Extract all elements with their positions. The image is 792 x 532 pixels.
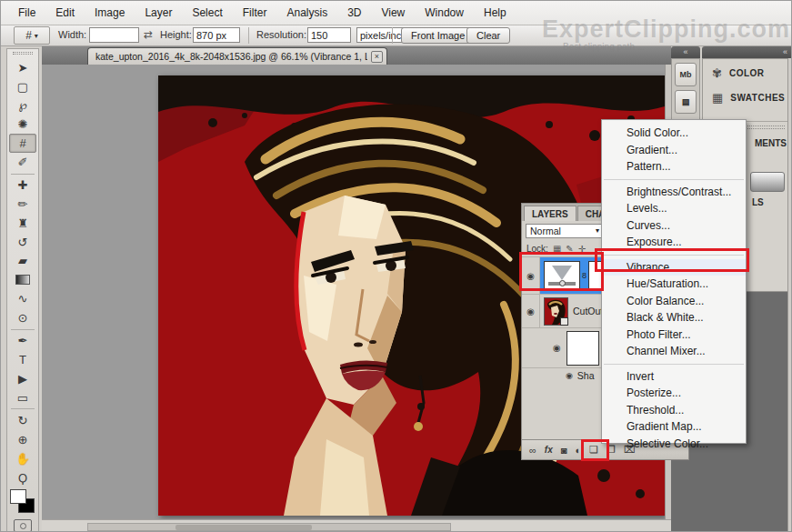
color-swatches <box>9 488 36 516</box>
add-layer-mask-icon[interactable]: ◙ <box>561 445 567 456</box>
lasso-tool[interactable]: ℘ <box>9 95 36 115</box>
menu-item-pattern[interactable]: Pattern... <box>602 158 746 176</box>
menu-analysis[interactable]: Analysis <box>276 2 337 24</box>
menu-item-posterize[interactable]: Posterize... <box>602 385 746 402</box>
3d-orbit-tool[interactable]: ⊕ <box>9 430 36 449</box>
gradient-tool[interactable] <box>9 270 36 289</box>
dodge-tool[interactable]: ⊙ <box>9 308 36 327</box>
foreground-color-swatch[interactable] <box>10 489 26 504</box>
color-panel-tab[interactable]: ✾ COLOR <box>703 59 792 84</box>
chevron-down-icon: ▾ <box>596 226 599 235</box>
resolution-input[interactable] <box>307 27 351 43</box>
lock-transparency-icon[interactable]: ▦ <box>553 244 561 254</box>
crop-tool[interactable]: # <box>9 134 36 153</box>
blend-mode-select[interactable]: Normal ▾ <box>526 224 604 238</box>
history-brush-tool[interactable]: ↺ <box>9 233 36 252</box>
eyedropper-tool[interactable]: ✐ <box>9 153 36 172</box>
menu-item-vibrance[interactable]: Vibrance... <box>602 259 746 276</box>
menu-item-gradient-map[interactable]: Gradient Map... <box>602 418 746 436</box>
menu-item-curves[interactable]: Curves... <box>602 217 746 235</box>
menu-item-gradient[interactable]: Gradient... <box>602 142 746 159</box>
3d-rotate-tool[interactable]: ↻ <box>9 411 36 430</box>
new-adjustment-layer-icon[interactable]: ◐ <box>575 445 581 456</box>
cutout-layer-thumbnail[interactable] <box>544 297 568 326</box>
clone-stamp-tool[interactable]: ♜ <box>9 214 36 233</box>
menu-item-brightness-contrast[interactable]: Brightness/Contrast... <box>602 184 746 201</box>
menu-item-photo-filter[interactable]: Photo Filter... <box>602 326 746 344</box>
tab-layers[interactable]: LAYERS <box>524 206 576 221</box>
visibility-toggle[interactable]: ◉ <box>522 257 540 294</box>
eye-icon[interactable]: ◉ <box>553 343 561 353</box>
menu-item-exposure[interactable]: Exposure... <box>602 234 746 251</box>
divider <box>392 27 393 44</box>
move-tool[interactable]: ➤ <box>9 58 36 77</box>
quick-mask-icon <box>20 523 26 529</box>
hand-tool[interactable]: ✋ <box>9 449 36 468</box>
menu-file[interactable]: File <box>8 2 45 24</box>
hand-icon: ✋ <box>15 452 30 466</box>
rectangular-marquee-tool[interactable]: ▢ <box>9 77 36 96</box>
link-layers-icon[interactable]: ∞ <box>529 445 536 456</box>
panel-icon-button[interactable]: ▤ <box>675 90 697 114</box>
new-group-icon[interactable]: ❏ <box>589 444 598 456</box>
front-image-button[interactable]: Front Image <box>401 27 475 44</box>
smudge-tool[interactable]: ∿ <box>9 289 36 308</box>
menu-select[interactable]: Select <box>182 2 232 24</box>
width-input[interactable] <box>89 27 139 43</box>
quick-selection-tool[interactable]: ✺ <box>9 115 36 134</box>
mini-bridge-icon: Mb <box>680 70 692 79</box>
menu-view[interactable]: View <box>371 2 415 24</box>
menu-window[interactable]: Window <box>415 2 474 24</box>
menu-3d[interactable]: 3D <box>337 2 371 24</box>
menu-layer[interactable]: Layer <box>135 2 182 24</box>
gradient-preset-button[interactable] <box>750 172 785 192</box>
quick-mask-button[interactable] <box>14 519 32 532</box>
menu-filter[interactable]: Filter <box>233 2 277 24</box>
eye-icon[interactable]: ◉ <box>566 371 573 380</box>
menu-item-solid-color[interactable]: Solid Color... <box>602 125 746 142</box>
menu-item-invert[interactable]: Invert <box>602 368 746 386</box>
collapse-panels-button[interactable]: « <box>702 46 792 58</box>
toolbox-grip[interactable] <box>13 52 33 55</box>
vibrance-thumbnail[interactable] <box>544 261 580 291</box>
document-tab[interactable]: kate_upton_2016_4k_8k-2048x1536.jpg @ 66… <box>87 47 387 65</box>
menu-help[interactable]: Help <box>474 2 516 24</box>
menu-edit[interactable]: Edit <box>45 2 85 24</box>
menu-item-threshold[interactable]: Threshold... <box>602 402 746 419</box>
chevron-down-icon: ▾ <box>35 32 38 40</box>
mini-bridge-button[interactable]: Mb <box>675 63 697 86</box>
layer-style-icon[interactable]: fx <box>545 445 553 455</box>
close-icon[interactable]: × <box>371 51 383 63</box>
layer-name: CutOut <box>573 306 603 316</box>
menu-item-levels[interactable]: Levels... <box>602 200 746 217</box>
horizontal-scrollbar[interactable] <box>87 523 451 531</box>
type-tool[interactable]: T <box>9 350 36 369</box>
eye-icon: ◉ <box>526 271 535 281</box>
menu-image[interactable]: Image <box>85 2 135 24</box>
swap-dimensions-icon[interactable]: ⇄ <box>144 28 153 41</box>
tool-preset-picker[interactable]: # ▾ <box>14 26 50 45</box>
brush-tool[interactable]: ✏ <box>9 195 36 214</box>
rectangle-tool[interactable]: ▭ <box>9 388 36 407</box>
eraser-tool[interactable]: ▰ <box>9 252 36 271</box>
quick-selection-icon: ✺ <box>18 117 28 131</box>
mask-thumbnail[interactable] <box>566 331 599 366</box>
menu-item-color-balance[interactable]: Color Balance... <box>602 293 746 310</box>
height-input[interactable] <box>193 27 240 43</box>
spot-healing-brush-tool[interactable]: ✚ <box>9 176 36 196</box>
swatches-panel-tab[interactable]: ▦ SWATCHES <box>703 84 792 108</box>
clear-button[interactable]: Clear <box>466 27 510 44</box>
visibility-toggle[interactable]: ◉ <box>522 295 540 327</box>
lock-move-icon[interactable]: ✛ <box>578 244 586 254</box>
menu-item-selective-color[interactable]: Selective Color... <box>602 436 746 453</box>
zoom-tool[interactable]: Ϙ <box>9 468 36 487</box>
lock-paint-icon[interactable]: ✎ <box>566 244 573 254</box>
scrollbar-thumb[interactable] <box>175 525 312 530</box>
menu-item-black-white[interactable]: Black & White... <box>602 309 746 326</box>
collapse-panels-button[interactable]: « <box>671 46 700 58</box>
menu-item-hue-saturation[interactable]: Hue/Saturation... <box>602 276 746 293</box>
menu-item-channel-mixer[interactable]: Channel Mixer... <box>602 343 746 360</box>
pen-tool[interactable]: ✒ <box>9 331 36 350</box>
path-selection-tool[interactable]: ▶ <box>9 369 36 388</box>
photoshop-window: File Edit Image Layer Select Filter Anal… <box>0 0 792 532</box>
